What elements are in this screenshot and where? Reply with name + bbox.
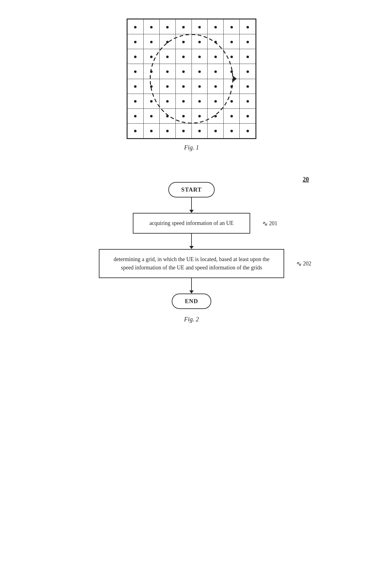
- grid-cell: [128, 79, 144, 94]
- grid-cell: [159, 108, 175, 123]
- arrow-2: [189, 234, 194, 249]
- grid-cell: [159, 64, 175, 79]
- grid-cell: [192, 64, 208, 79]
- grid-cell: [192, 123, 208, 138]
- grid-cell: [208, 49, 224, 64]
- grid-cell: [240, 64, 256, 79]
- grid-cell: [224, 123, 240, 138]
- grid-cell: [143, 64, 159, 79]
- start-capsule: START: [168, 182, 215, 197]
- grid-cell: [128, 49, 144, 64]
- fig2-diagram-label: 20: [303, 176, 309, 183]
- grid-cell: [159, 49, 175, 64]
- grid-cell: [128, 34, 144, 49]
- grid-cell: [192, 108, 208, 123]
- fig1-section: Fig. 1: [127, 19, 256, 151]
- arrow-3: [189, 278, 194, 294]
- grid-cell: [192, 79, 208, 94]
- grid-cell: [175, 49, 192, 64]
- grid-cell: [143, 94, 159, 108]
- grid-cell: [143, 123, 159, 138]
- grid-cell: [175, 123, 192, 138]
- grid-cell: [208, 108, 224, 123]
- grid-cell: [208, 64, 224, 79]
- grid-cell: [240, 49, 256, 64]
- grid-cell: [240, 123, 256, 138]
- grid-cell: [128, 94, 144, 108]
- grid-cell: [159, 79, 175, 94]
- step201-box: acquiring speed information of an UE ∿ 2…: [133, 213, 250, 234]
- step201-text: acquiring speed information of an UE: [149, 220, 234, 226]
- grid-cell: [208, 34, 224, 49]
- grid-cell: [208, 79, 224, 94]
- flowchart: START acquiring speed information of an …: [99, 182, 284, 309]
- grid-cell: [208, 123, 224, 138]
- grid-cell: [143, 34, 159, 49]
- grid-cell: [159, 123, 175, 138]
- grid-cell: [143, 19, 159, 34]
- grid-cell: [224, 19, 240, 34]
- step202-text: determining a grid, in which the UE is l…: [114, 256, 269, 271]
- grid-cell: [240, 94, 256, 108]
- grid-cell: [224, 94, 240, 108]
- grid-cell: [224, 34, 240, 49]
- grid-cell: [175, 79, 192, 94]
- grid-cell: [224, 64, 240, 79]
- grid-cell: [224, 49, 240, 64]
- grid-cell: [128, 64, 144, 79]
- grid-cell: [224, 79, 240, 94]
- fig1-caption: Fig. 1: [184, 144, 199, 151]
- grid-cell: [128, 19, 144, 34]
- grid-cell: [143, 79, 159, 94]
- grid-cell: [143, 49, 159, 64]
- grid-cell: [192, 19, 208, 34]
- squiggle-202: ∿: [296, 259, 302, 269]
- grid-cell: [208, 94, 224, 108]
- grid-cell: [175, 34, 192, 49]
- step201-label: ∿ 201: [262, 218, 277, 228]
- fig2-caption: Fig. 2: [184, 316, 199, 323]
- grid-cell: [143, 108, 159, 123]
- grid-cell: [159, 19, 175, 34]
- grid-cell: [240, 108, 256, 123]
- grid-cell: [192, 49, 208, 64]
- step202-id: 202: [303, 260, 311, 268]
- step201-id: 201: [269, 219, 277, 227]
- grid-cell: [175, 19, 192, 34]
- grid-cell: [192, 34, 208, 49]
- grid-cell: [240, 79, 256, 94]
- grid-cell: [192, 94, 208, 108]
- grid-cell: [240, 19, 256, 34]
- step202-box: determining a grid, in which the UE is l…: [99, 249, 284, 278]
- grid-cell: [175, 94, 192, 108]
- squiggle-201: ∿: [262, 218, 268, 228]
- grid-cell: [224, 108, 240, 123]
- end-capsule: END: [172, 294, 211, 309]
- grid-cell: [208, 19, 224, 34]
- step202-label: ∿ 202: [296, 259, 311, 269]
- grid-cell: [175, 108, 192, 123]
- grid-cell: [159, 94, 175, 108]
- grid-cell: [128, 108, 144, 123]
- grid-cell: [175, 64, 192, 79]
- grid-diagram: [127, 19, 256, 139]
- fig2-section: 20 START acquiring speed information of …: [19, 176, 364, 323]
- step202-row: determining a grid, in which the UE is l…: [99, 249, 284, 278]
- grid-cell: [240, 34, 256, 49]
- arrow-1: [189, 197, 194, 213]
- step201-row: acquiring speed information of an UE ∿ 2…: [133, 213, 250, 234]
- grid-cell: [159, 34, 175, 49]
- grid-cell: [128, 123, 144, 138]
- grid-table: [127, 19, 256, 138]
